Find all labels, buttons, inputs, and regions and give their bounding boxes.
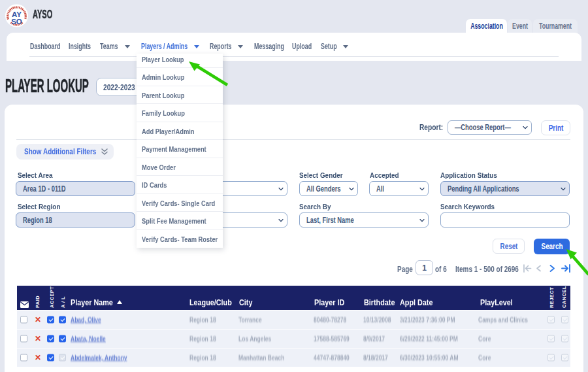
- svg-text:SO: SO: [11, 18, 22, 25]
